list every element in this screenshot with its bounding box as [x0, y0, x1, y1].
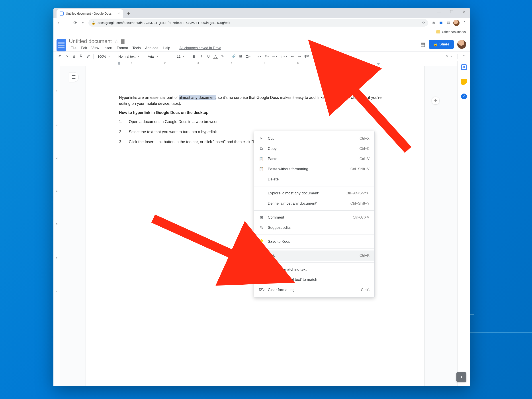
extension-icon[interactable]: ◎ — [431, 20, 436, 25]
menu-bar: File Edit View Insert Format Tools Add-o… — [69, 45, 418, 51]
move-to-folder-icon[interactable]: ▇ — [121, 38, 124, 44]
context-menu: ✂CutCtrl+X ⧉CopyCtrl+C 📋PasteCtrl+V 📋Pas… — [254, 131, 375, 298]
increase-indent-button[interactable]: ⇥ — [297, 53, 303, 60]
close-window-button[interactable]: ✕ — [458, 8, 470, 16]
new-tab-button[interactable]: + — [125, 10, 132, 17]
show-outline-button[interactable]: ☰ — [69, 72, 79, 82]
menu-addons[interactable]: Add-ons — [143, 45, 160, 51]
context-paste-plain[interactable]: 📋Paste without formattingCtrl+Shift+V — [254, 164, 374, 174]
cut-icon: ✂ — [259, 136, 264, 141]
home-button[interactable]: ⌂ — [81, 20, 86, 25]
editing-mode-button[interactable]: ✎▼ — [443, 53, 454, 60]
menu-edit[interactable]: Edit — [79, 45, 89, 51]
highlight-color-button[interactable]: ✎ — [219, 53, 226, 60]
context-clear-formatting[interactable]: ⌦Clear formattingCtrl+\ — [254, 285, 374, 295]
extension-icon[interactable]: ▦ — [446, 20, 451, 25]
menu-insert[interactable]: Insert — [102, 45, 114, 51]
context-save-keep[interactable]: 💡Save to Keep — [254, 236, 374, 247]
add-comment-margin-button[interactable]: + — [431, 97, 440, 105]
keep-addon-icon[interactable] — [461, 79, 467, 85]
share-button[interactable]: 🔒 Share — [429, 40, 454, 49]
align-button[interactable]: ≡▼ — [256, 53, 263, 60]
star-icon[interactable]: ☆ — [114, 38, 118, 44]
font-select[interactable]: Arial▼ — [146, 55, 171, 58]
explore-fab-button[interactable]: ✦ — [456, 372, 466, 382]
text-color-button[interactable]: A — [212, 53, 219, 60]
collapse-toolbar-button[interactable]: ˆ — [461, 53, 467, 60]
undo-button[interactable]: ↶ — [57, 53, 63, 60]
bulleted-list-button[interactable]: ⋮≡▼ — [279, 53, 289, 60]
annotation-arrow-icon — [335, 72, 412, 154]
profile-avatar-icon[interactable] — [453, 20, 460, 26]
suggest-icon: ✎ — [259, 225, 264, 230]
google-docs-logo-icon[interactable] — [57, 39, 66, 51]
clear-formatting-button[interactable]: T✕ — [304, 53, 310, 60]
context-paste[interactable]: 📋PasteCtrl+V — [254, 154, 374, 164]
bookmark-label: Other bookmarks — [442, 30, 466, 34]
redo-button[interactable]: ↷ — [64, 53, 70, 60]
bookmarks-bar: Other bookmarks — [53, 28, 470, 36]
clear-format-icon: ⌦ — [259, 287, 264, 292]
document-title[interactable]: Untitled document — [69, 38, 112, 44]
menu-tools[interactable]: Tools — [131, 45, 142, 51]
underline-button[interactable]: U — [205, 53, 211, 60]
context-select-matching[interactable]: Select all matching text — [254, 265, 374, 275]
horizontal-ruler[interactable]: 1 2 3 4 5 6 7 — [73, 61, 457, 66]
menu-view[interactable]: View — [89, 45, 101, 51]
maximize-window-button[interactable]: ☐ — [445, 8, 458, 16]
context-explore[interactable]: Explore 'almost any document'Ctrl+Alt+Sh… — [254, 188, 374, 198]
menu-file[interactable]: File — [69, 45, 78, 51]
docs-favicon-icon — [60, 12, 64, 16]
keep-icon: 💡 — [259, 239, 264, 244]
add-comment-button[interactable]: ⊞ — [237, 53, 244, 60]
insert-image-button[interactable]: 🖼▼ — [245, 53, 252, 60]
browser-tab[interactable]: Untitled document - Google Docs × — [57, 9, 123, 18]
line-spacing-button[interactable]: ⇳≡ — [264, 53, 270, 60]
context-suggest-edits[interactable]: ✎Suggest edits — [254, 222, 374, 233]
docs-header: Untitled document ☆ ▇ File Edit View Ins… — [53, 36, 470, 51]
font-size-select[interactable]: 11▼ — [175, 55, 187, 58]
insert-link-button[interactable]: 🔗 — [230, 53, 236, 60]
menu-help[interactable]: Help — [161, 45, 172, 51]
back-button[interactable]: ← — [57, 20, 62, 25]
folder-icon — [436, 30, 440, 33]
paint-format-button[interactable]: 🖌 — [85, 53, 91, 60]
context-link[interactable]: 🔗LinkCtrl+K — [254, 250, 374, 261]
tasks-addon-icon[interactable] — [461, 94, 467, 99]
spellcheck-button[interactable]: Ᾱ — [78, 53, 84, 60]
zoom-select[interactable]: 100%▼ — [96, 55, 112, 58]
open-comments-icon[interactable]: ▤ — [420, 41, 425, 47]
close-tab-icon[interactable]: × — [118, 12, 120, 16]
omnibox[interactable]: 🔒 docs.google.com/document/d/1ZOoJ73T8jN… — [89, 19, 428, 27]
toolbar-extensions: ◎ ▣ ▦ ⋮ — [431, 20, 467, 26]
paragraph-style-select[interactable]: Normal text▼ — [117, 55, 141, 58]
comment-icon: ⊞ — [259, 215, 264, 220]
context-define[interactable]: Define 'almost any document'Ctrl+Shift+Y — [254, 198, 374, 209]
link-icon: 🔗 — [259, 253, 264, 258]
context-delete[interactable]: Delete — [254, 174, 374, 184]
paste-icon: 📋 — [259, 157, 264, 161]
calendar-addon-icon[interactable] — [461, 64, 467, 70]
chrome-menu-button[interactable]: ⋮ — [462, 20, 467, 25]
minimize-window-button[interactable]: — — [433, 8, 445, 16]
bookmark-star-icon[interactable]: ☆ — [422, 21, 425, 25]
url-text: docs.google.com/document/d/1ZOoJ73T8jN4f… — [98, 21, 230, 25]
save-status[interactable]: All changes saved in Drive — [177, 45, 223, 51]
numbered-list-button[interactable]: ≔▼ — [271, 53, 279, 60]
side-panel: › — [457, 61, 470, 386]
svg-line-3 — [153, 219, 246, 261]
menu-format[interactable]: Format — [115, 45, 130, 51]
paste-plain-icon: 📋 — [259, 167, 264, 171]
account-avatar-icon[interactable] — [457, 40, 466, 49]
context-update-style[interactable]: Update 'Normal text' to match — [254, 275, 374, 285]
reload-button[interactable]: ⟳ — [72, 20, 78, 25]
print-button[interactable]: 🖶 — [71, 53, 77, 60]
context-comment[interactable]: ⊞CommentCtrl+Alt+M — [254, 212, 374, 222]
forward-button[interactable]: → — [64, 20, 70, 25]
bold-button[interactable]: B — [191, 53, 197, 60]
extension-icon[interactable]: ▣ — [438, 20, 443, 25]
italic-button[interactable]: I — [198, 53, 204, 60]
decrease-indent-button[interactable]: ⇤ — [290, 53, 296, 60]
bookmark-folder[interactable]: Other bookmarks — [436, 30, 466, 34]
lock-icon: 🔒 — [92, 21, 95, 25]
